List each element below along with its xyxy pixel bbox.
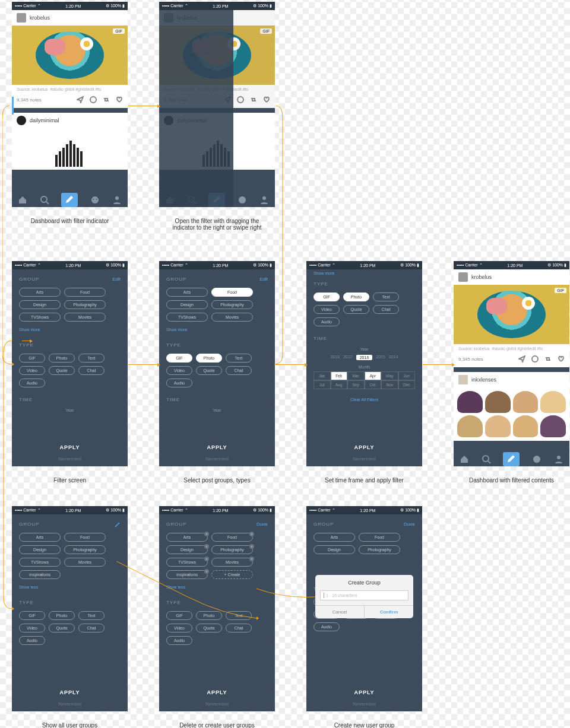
status-bar: ••••• Carrier ⌃1:20 PM⚙ 100% ▮ [159,2,275,10]
group-name-input[interactable]: 1 - 16 characters [320,590,408,600]
time-header: TIME [12,390,128,406]
edit-link[interactable]: Edit [112,276,121,282]
edit-link[interactable] [115,522,121,529]
svg-rect-6 [73,144,75,167]
pill-design[interactable]: Design [19,300,61,309]
caption: Open the filter with dragging the indica… [159,218,275,231]
edit-link[interactable]: Edit [259,276,268,282]
pill-chat[interactable]: Chat [78,366,104,375]
avatar [17,13,26,23]
show-less[interactable]: Show less [12,581,128,593]
post-tags: Source: krobelus #studio ghibli #ghiblie… [12,85,128,94]
flow-arrow [116,561,259,621]
post-image [454,387,569,441]
show-more[interactable]: Show more [12,324,128,335]
pill-video[interactable]: Video [19,366,45,375]
screen-show-all-groups: ••••• Carrier ⌃1:20 PM⚙ 100% ▮ GROUP Art… [12,506,128,711]
search-icon[interactable] [40,195,49,205]
delete-icon[interactable]: × [249,557,254,561]
svg-point-0 [90,97,96,103]
filter-drag-overlay[interactable] [159,10,233,207]
delete-icon[interactable]: × [204,557,209,561]
caption: Dashboard with filtered contents [454,477,569,484]
pill-gif[interactable]: GIF [19,354,45,363]
pill-food[interactable]: Food [64,288,106,297]
pill-food-selected[interactable]: Food [211,288,253,297]
status-bar: ••••• Carrier ⌃1:20 PM⚙ 100% ▮ [12,2,128,10]
svg-point-14 [115,196,119,200]
username: dailyminimal [30,117,59,123]
flow-arrow [272,106,284,365]
svg-point-13 [96,199,97,200]
delete-icon[interactable]: × [249,532,254,536]
svg-point-29 [483,456,489,462]
clear-filters[interactable]: Clear All Filters [306,390,422,409]
apply-button[interactable]: APPLY [12,440,128,455]
pill-quote[interactable]: Quote [49,366,75,375]
apply-button[interactable]: APPLY [306,440,422,455]
reblog-icon[interactable] [103,96,110,103]
apply-button[interactable]: APPLY [12,685,128,700]
notes-count: 9,345 notes [17,97,77,103]
pill-text[interactable]: Text [78,354,104,363]
cancel-button[interactable]: Cancel [315,606,364,618]
delete-icon[interactable]: × [204,532,209,536]
done-link[interactable]: Done [256,522,268,527]
svg-point-27 [262,196,266,200]
like-icon[interactable] [116,96,123,103]
pill-photography[interactable]: Photography [64,300,106,309]
nevermind-button[interactable]: Nevermind [306,455,422,463]
activity-icon[interactable] [90,195,100,205]
caption: Dashboard with filter indicator [12,218,128,224]
delete-icon[interactable]: × [204,544,209,549]
nevermind-button[interactable]: Nevermind [12,455,128,463]
done-link[interactable]: Done [404,522,415,527]
screen-dashboard-filtered: ••••• Carrier ⌃1:20 PM⚙ 100% ▮ krobelus … [454,261,569,466]
pill-photo[interactable]: Photo [49,354,75,363]
type-header: TYPE [12,335,128,351]
flow-arrow [423,364,452,365]
nevermind-button[interactable]: Nevermind [12,700,128,708]
avatar [17,116,26,125]
screen-filter-time: ••••• Carrier ⌃1:20 PM⚙ 100% ▮ Show more… [306,261,422,466]
home-icon[interactable] [18,195,27,205]
pill-audio[interactable]: Audio [19,379,45,387]
caption: Set time frame and apply filter [306,477,422,484]
tab-bar [12,192,128,207]
nevermind-button[interactable]: Nevermind [159,455,275,463]
caption: Delete or create user groups [159,722,275,728]
pill-photo-selected[interactable]: Photo [196,354,222,363]
svg-point-32 [557,456,560,459]
pill-movies[interactable]: Movies [64,313,106,322]
svg-rect-4 [66,144,68,167]
account-icon[interactable] [112,195,122,205]
month-label: Month [306,363,422,370]
pill-arts[interactable]: Arts [19,288,61,297]
screen-filter: ••••• Carrier ⌃1:20 PM⚙ 100% ▮ GROUP Edi… [12,261,128,466]
send-icon[interactable] [77,96,84,103]
svg-point-28 [532,356,538,362]
svg-point-31 [533,456,540,463]
post-card: dailyminimal [12,113,128,170]
screen-create-group-modal: ••••• Carrier ⌃1:20 PM⚙ 100% ▮ GROUP Don… [306,506,422,711]
apply-button[interactable]: APPLY [159,440,275,455]
svg-rect-5 [69,141,72,167]
compose-tab[interactable] [61,193,78,207]
caption: Create new user group [306,722,422,728]
svg-rect-7 [77,148,79,167]
pill-tvshows[interactable]: TVShows [19,313,61,322]
caption: Select post groups, types [159,477,275,484]
svg-point-26 [239,196,246,204]
post-card: krobelus GIF Source: krobelus #studio gh… [12,10,128,108]
svg-rect-3 [62,148,65,167]
create-group-modal: Create Group 1 - 16 characters Cancel Co… [315,575,413,618]
pill-gif-selected[interactable]: GIF [166,354,192,363]
svg-rect-2 [59,151,61,167]
flow-arrow [128,106,158,106]
svg-point-15 [238,97,243,103]
year-selector[interactable]: 20182017201620152014 [306,352,422,363]
delete-icon[interactable]: × [249,544,254,549]
svg-line-30 [488,461,490,463]
confirm-button[interactable]: Confirm [364,606,413,618]
reply-icon[interactable] [90,96,97,103]
